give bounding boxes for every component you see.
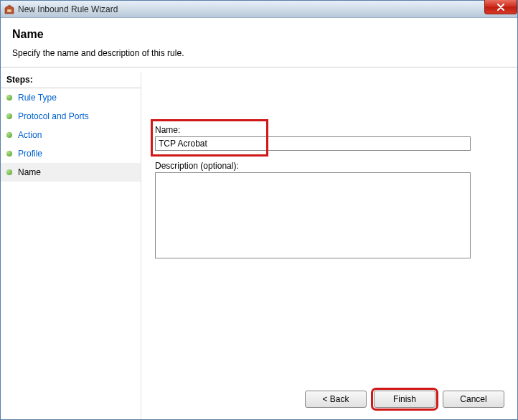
step-protocol-ports[interactable]: Protocol and Ports bbox=[1, 107, 141, 126]
main-panel: Name: Description (optional): < Back Fin… bbox=[141, 67, 517, 419]
window-title: New Inbound Rule Wizard bbox=[18, 4, 118, 14]
app-icon bbox=[4, 4, 15, 15]
step-label: Name bbox=[18, 167, 41, 177]
bullet-icon bbox=[6, 113, 12, 119]
page-subtitle: Specify the name and description of this… bbox=[12, 48, 506, 58]
close-button[interactable] bbox=[484, 0, 517, 14]
content-area: Steps: Rule Type Protocol and Ports Acti… bbox=[1, 67, 517, 419]
step-name[interactable]: Name bbox=[1, 163, 141, 182]
step-profile[interactable]: Profile bbox=[1, 144, 141, 163]
cancel-button[interactable]: Cancel bbox=[443, 391, 504, 408]
page-title: Name bbox=[12, 28, 506, 41]
step-label: Profile bbox=[18, 149, 42, 159]
button-row: < Back Finish Cancel bbox=[305, 391, 504, 408]
finish-button[interactable]: Finish bbox=[374, 391, 435, 408]
bullet-icon bbox=[6, 132, 12, 138]
wizard-window: New Inbound Rule Wizard Name Specify the… bbox=[0, 0, 518, 420]
bullet-icon bbox=[6, 169, 12, 175]
divider bbox=[141, 72, 141, 419]
back-button[interactable]: < Back bbox=[305, 391, 367, 408]
step-label: Action bbox=[18, 130, 42, 140]
step-action[interactable]: Action bbox=[1, 126, 141, 144]
steps-sidebar: Steps: Rule Type Protocol and Ports Acti… bbox=[1, 67, 141, 419]
description-input[interactable] bbox=[155, 172, 471, 258]
form-area: Name: Description (optional): bbox=[141, 67, 517, 261]
step-label: Rule Type bbox=[18, 93, 57, 103]
bullet-icon bbox=[6, 95, 12, 101]
step-label: Protocol and Ports bbox=[18, 111, 89, 121]
name-label: Name: bbox=[155, 125, 503, 135]
description-label: Description (optional): bbox=[155, 161, 503, 171]
step-rule-type[interactable]: Rule Type bbox=[1, 88, 141, 107]
name-input[interactable] bbox=[155, 136, 471, 151]
steps-heading: Steps: bbox=[1, 72, 141, 88]
titlebar[interactable]: New Inbound Rule Wizard bbox=[1, 1, 517, 18]
svg-rect-0 bbox=[7, 9, 11, 12]
wizard-header: Name Specify the name and description of… bbox=[1, 18, 517, 67]
bullet-icon bbox=[6, 151, 12, 157]
